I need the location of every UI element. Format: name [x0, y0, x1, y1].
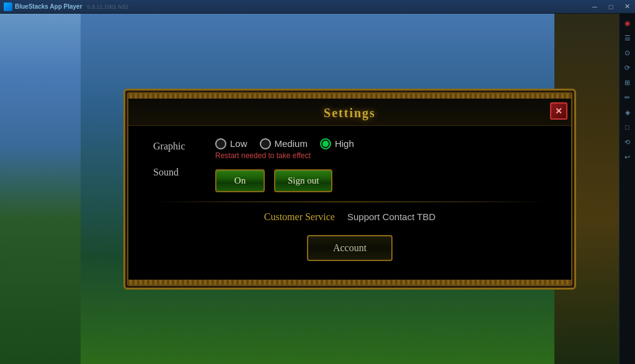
nav-icon-3[interactable]: ⊙ [621, 46, 634, 60]
dialog-inner-frame: Settings ✕ Graphic Sound [127, 92, 572, 286]
dialog-close-button[interactable]: ✕ [550, 102, 567, 120]
dialog-title: Settings [324, 106, 376, 120]
nav-icon-6[interactable]: ✏ [621, 91, 634, 104]
dialog-outer-frame: Settings ✕ Graphic Sound [123, 89, 576, 290]
graphic-low-radio[interactable] [215, 138, 226, 149]
sign-out-button[interactable]: Sign out [274, 169, 332, 192]
sound-on-button[interactable]: On [215, 169, 265, 192]
sound-row: On Sign out [215, 169, 546, 192]
graphic-high-radio-fill [322, 141, 329, 147]
app-name: BlueStacks App Player [15, 3, 82, 10]
settings-top-section: Graphic Sound Low [153, 138, 546, 192]
dialog-top-decoration [128, 94, 571, 99]
nav-icon-1[interactable]: ◉ [621, 16, 634, 30]
dialog-title-area: Settings ✕ [128, 99, 571, 126]
nav-icon-9[interactable]: ⟲ [621, 135, 634, 149]
customer-service-label: Customer Service [264, 211, 335, 223]
window-controls: ─ □ ✕ [587, 0, 635, 14]
graphic-medium-radio[interactable] [260, 138, 271, 149]
dialog-bottom-decoration [128, 280, 571, 285]
nav-icon-8[interactable]: □ [621, 120, 634, 134]
graphic-low-label: Low [230, 138, 247, 149]
titlebar: BlueStacks App Player 5.9.11.1001 N32 ─ … [0, 0, 635, 14]
graphic-high-radio[interactable] [320, 138, 331, 149]
customer-service-row: Customer Service Support Contact TBD [153, 211, 546, 223]
nav-icon-10[interactable]: ↩ [621, 150, 634, 164]
dialog-overlay: Settings ✕ Graphic Sound [81, 14, 619, 364]
right-nav: ◉ ☰ ⊙ ⟳ ⊞ ✏ ◈ □ ⟲ ↩ [619, 14, 635, 364]
settings-controls: Low Medium [215, 138, 546, 192]
nav-icon-7[interactable]: ◈ [621, 105, 634, 119]
graphic-section: Low Medium [215, 138, 546, 160]
graphic-medium-label: Medium [275, 138, 308, 149]
app-icon [4, 2, 12, 11]
settings-dialog: Settings ✕ Graphic Sound [123, 89, 576, 290]
graphic-medium-option[interactable]: Medium [260, 138, 308, 149]
settings-labels: Graphic Sound [153, 138, 215, 178]
restore-button[interactable]: □ [603, 0, 619, 14]
account-section: Account [153, 235, 546, 261]
sound-label: Sound [153, 164, 215, 178]
support-contact-value: Support Contact TBD [347, 211, 435, 222]
app-logo: BlueStacks App Player 5.9.11.1001 N32 [0, 2, 128, 11]
account-button[interactable]: Account [307, 235, 393, 261]
nav-icon-5[interactable]: ⊞ [621, 76, 634, 89]
graphic-low-option[interactable]: Low [215, 138, 247, 149]
minimize-button[interactable]: ─ [587, 0, 603, 14]
nav-icon-4[interactable]: ⟳ [621, 61, 634, 74]
bg-left-panel [0, 0, 81, 364]
settings-divider [153, 202, 546, 202]
dialog-content: Graphic Sound Low [128, 126, 571, 280]
graphic-label: Graphic [153, 138, 215, 152]
app-version: 5.9.11.1001 N32 [87, 4, 129, 10]
graphic-row: Low Medium [215, 138, 546, 149]
restart-notice: Restart needed to take effect [215, 151, 546, 160]
graphic-high-label: High [335, 138, 354, 149]
close-button[interactable]: ✕ [619, 0, 635, 14]
graphic-high-option[interactable]: High [320, 138, 354, 149]
nav-icon-2[interactable]: ☰ [621, 31, 634, 45]
